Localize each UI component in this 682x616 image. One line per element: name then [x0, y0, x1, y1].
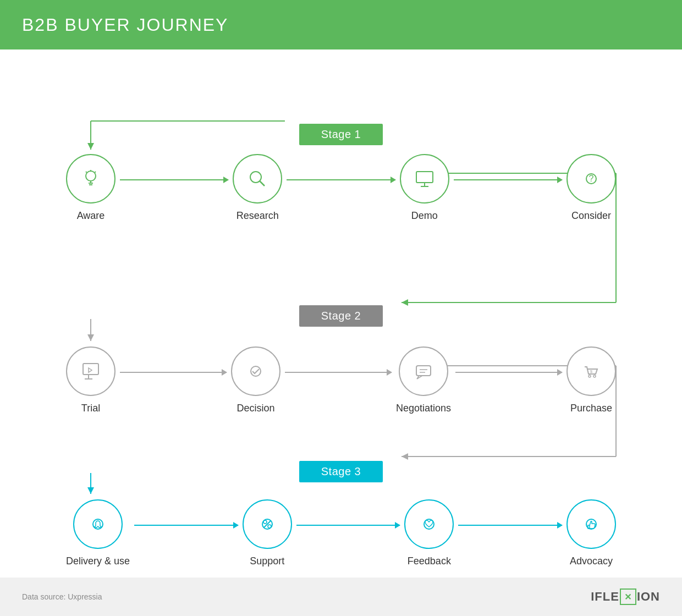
- arrow9: [454, 525, 566, 526]
- row3-nodes: Delivery & use Support: [66, 499, 616, 567]
- support-circle: [243, 499, 292, 549]
- check-icon: [244, 359, 268, 383]
- research-circle: [233, 154, 282, 204]
- heart-chat-icon: [417, 512, 441, 536]
- purchase-label: Purchase: [570, 403, 612, 414]
- diagram: Stage 1 Aware: [33, 72, 649, 556]
- thumbup-icon: [579, 512, 603, 536]
- support-label: Support: [250, 556, 284, 567]
- svg-point-15: [86, 171, 96, 181]
- logo-text-right: ION: [637, 590, 660, 604]
- consider-circle: ?: [566, 154, 616, 204]
- logo-text-left: IFLE: [591, 590, 619, 604]
- logo-x: ✕: [620, 588, 636, 605]
- svg-point-22: [250, 172, 261, 183]
- arrow4: [116, 372, 231, 373]
- arrow5: [280, 372, 396, 373]
- aware-circle: [66, 154, 116, 204]
- negotiations-circle: [399, 346, 448, 396]
- monitor-icon: [413, 167, 437, 191]
- cursor-icon: [79, 359, 103, 383]
- arrow8: [292, 525, 405, 526]
- demo-circle: [400, 154, 449, 204]
- research-label: Research: [237, 210, 279, 222]
- row2-nodes: Trial Decision: [66, 346, 616, 414]
- node-negotiations: Negotiations: [396, 346, 451, 414]
- svg-point-37: [588, 375, 591, 377]
- chat-icon: [411, 359, 436, 383]
- node-delivery: Delivery & use: [66, 499, 130, 567]
- logo: IFLE ✕ ION: [591, 588, 660, 605]
- svg-line-20: [86, 172, 87, 173]
- stage3-badge-row: Stage 3: [33, 461, 649, 482]
- tools-icon: [255, 512, 279, 536]
- main-content: Stage 1 Aware: [0, 50, 682, 578]
- header: B2B BUYER JOURNEY: [0, 0, 682, 50]
- decision-circle: [231, 346, 280, 396]
- svg-line-23: [260, 182, 265, 186]
- svg-line-21: [95, 172, 96, 173]
- svg-point-32: [251, 366, 261, 376]
- svg-point-43: [263, 520, 267, 524]
- feedback-circle: [404, 499, 454, 549]
- node-demo: Demo: [400, 154, 449, 222]
- node-purchase: $ Purchase: [566, 346, 616, 414]
- svg-text:?: ?: [589, 174, 594, 183]
- bulb-icon: [79, 167, 103, 191]
- decision-label: Decision: [237, 403, 274, 414]
- purchase-circle: $: [566, 346, 616, 396]
- svg-rect-33: [416, 366, 431, 376]
- consider-label: Consider: [571, 210, 611, 222]
- arrow3: [449, 179, 566, 180]
- stage1-badge-row: Stage 1: [33, 124, 649, 145]
- footer-source: Data source: Uxpressia: [22, 592, 102, 601]
- arrow7: [130, 525, 243, 526]
- node-advocacy: Advocacy: [566, 499, 616, 567]
- node-decision: Decision: [231, 346, 280, 414]
- arrow6: [451, 372, 566, 373]
- trial-circle: [66, 346, 116, 396]
- row1-nodes: Aware Research: [66, 154, 616, 222]
- node-research: Research: [233, 154, 282, 222]
- stage2-badge: Stage 2: [299, 305, 383, 327]
- aware-label: Aware: [77, 210, 105, 222]
- feedback-label: Feedback: [408, 556, 451, 567]
- stage1-badge: Stage 1: [299, 124, 383, 145]
- cart-icon: $: [579, 359, 603, 383]
- node-trial: Trial: [66, 346, 116, 414]
- svg-line-42: [264, 521, 271, 527]
- search-icon: [245, 167, 270, 191]
- stage2-badge-row: Stage 2: [33, 305, 649, 327]
- svg-point-44: [268, 525, 271, 528]
- header-title: B2B BUYER JOURNEY: [22, 15, 228, 35]
- negotiations-label: Negotiations: [396, 403, 451, 414]
- node-feedback: Feedback: [404, 499, 454, 567]
- arrow1: [116, 179, 233, 180]
- svg-rect-24: [416, 172, 433, 183]
- stage3-badge: Stage 3: [299, 461, 383, 482]
- trial-label: Trial: [81, 403, 100, 414]
- footer: Data source: Uxpressia IFLE ✕ ION: [0, 578, 682, 616]
- svg-text:$: $: [590, 369, 593, 374]
- node-aware: Aware: [66, 154, 116, 222]
- delivery-circle: [73, 499, 123, 549]
- node-consider: ? Consider: [566, 154, 616, 222]
- arrow2: [282, 179, 399, 180]
- node-support: Support: [243, 499, 292, 567]
- touch-icon: [86, 512, 110, 536]
- advocacy-circle: [566, 499, 616, 549]
- svg-point-38: [593, 375, 596, 377]
- question-icon: ?: [579, 167, 603, 191]
- advocacy-label: Advocacy: [570, 556, 613, 567]
- delivery-label: Delivery & use: [66, 556, 130, 567]
- demo-label: Demo: [411, 210, 438, 222]
